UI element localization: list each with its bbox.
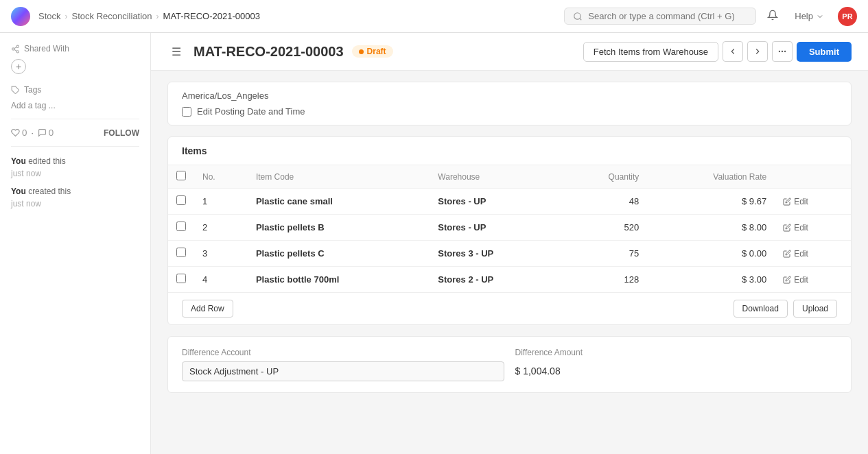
table-row: 1 Plastic cane small Stores - UP 48 $ 9.…: [168, 189, 851, 215]
search-input[interactable]: [588, 11, 747, 21]
row-checkbox-1[interactable]: [176, 222, 186, 231]
row-checkbox-2[interactable]: [176, 248, 186, 257]
table-row: 2 Plastic pellets B Stores - UP 520 $ 8.…: [168, 215, 851, 241]
col-checkbox: [168, 165, 194, 189]
timezone-value: America/Los_Angeles: [182, 91, 268, 101]
row-item-code: Plastic pellets B: [248, 215, 430, 241]
fetch-items-button[interactable]: Fetch Items from Warehouse: [583, 42, 718, 62]
items-footer: Add Row DownloadUpload: [168, 292, 851, 324]
submit-button[interactable]: Submit: [797, 42, 852, 62]
row-no: 2: [194, 215, 248, 241]
status-badge: Draft: [352, 45, 393, 58]
help-button[interactable]: Help: [789, 8, 830, 24]
pencil-icon: [783, 250, 791, 258]
follow-button[interactable]: FOLLOW: [104, 128, 139, 138]
sidebar-divider-2: [11, 146, 139, 147]
share-icon: [11, 45, 20, 53]
difference-card: Difference Account Difference Amount $ 1…: [167, 336, 852, 393]
upload-button[interactable]: Upload: [793, 300, 837, 318]
breadcrumb-stock-reconciliation[interactable]: Stock Reconciliation: [72, 11, 152, 21]
difference-grid: Difference Account Difference Amount $ 1…: [182, 348, 837, 381]
activity-item-1: You edited this just now: [11, 155, 139, 180]
row-checkbox-3[interactable]: [176, 274, 186, 283]
row-warehouse: Stores - UP: [430, 189, 561, 215]
prev-doc-button[interactable]: [723, 41, 743, 62]
table-header-row: No. Item Code Warehouse Quantity Valuati…: [168, 165, 851, 189]
svg-point-8: [784, 51, 785, 51]
row-edit-link-2[interactable]: Edit: [783, 249, 843, 259]
breadcrumb-current: MAT-RECO-2021-00003: [163, 11, 260, 21]
row-valuation-rate: $ 9.67: [647, 189, 775, 215]
row-no: 4: [194, 267, 248, 293]
doc-header: ☰ MAT-RECO-2021-00003 Draft Fetch Items …: [151, 33, 868, 71]
edit-posting-date-row: Edit Posting Date and Time: [182, 106, 837, 117]
more-options-button[interactable]: [772, 41, 793, 62]
breadcrumb-sep-2: ›: [156, 12, 159, 21]
search-bar[interactable]: [564, 8, 756, 25]
row-warehouse: Stores - UP: [430, 215, 561, 241]
app-logo[interactable]: [11, 7, 30, 26]
chevron-right-icon: [753, 47, 762, 56]
comment-button[interactable]: 0: [38, 128, 54, 138]
main-content: ☰ MAT-RECO-2021-00003 Draft Fetch Items …: [151, 33, 868, 454]
next-doc-button[interactable]: [747, 41, 768, 62]
add-tag-link[interactable]: Add a tag ...: [11, 101, 56, 110]
col-actions: [775, 165, 851, 189]
shared-with-section: Shared With +: [11, 44, 139, 74]
heart-icon: [11, 128, 20, 137]
row-checkbox-cell: [168, 241, 194, 267]
row-edit-cell: Edit: [775, 215, 851, 241]
social-row: 0 · 0 FOLLOW: [11, 128, 139, 138]
search-icon: [573, 12, 583, 21]
row-edit-link-3[interactable]: Edit: [783, 275, 843, 285]
edit-posting-date-checkbox[interactable]: [182, 107, 191, 117]
hamburger-button[interactable]: ☰: [167, 44, 185, 60]
items-header: Items: [168, 137, 851, 165]
row-no: 1: [194, 189, 248, 215]
pencil-icon: [783, 276, 791, 284]
edit-posting-date-label[interactable]: Edit Posting Date and Time: [197, 106, 305, 117]
col-no: No.: [194, 165, 248, 189]
svg-point-7: [782, 51, 782, 51]
row-quantity: 520: [561, 215, 647, 241]
shared-with-label: Shared With: [11, 44, 139, 53]
col-quantity: Quantity: [561, 165, 647, 189]
nav-actions: Help PR: [764, 7, 857, 26]
svg-point-9: [779, 51, 779, 51]
activity-item-2: You created this just now: [11, 185, 139, 210]
row-edit-link-1[interactable]: Edit: [783, 223, 843, 232]
breadcrumb-stock[interactable]: Stock: [38, 11, 61, 21]
like-button[interactable]: 0: [11, 128, 27, 138]
row-warehouse: Stores 2 - UP: [430, 267, 561, 293]
col-valuation-rate: Valuation Rate: [647, 165, 775, 189]
svg-point-1: [16, 45, 19, 47]
doc-actions: Fetch Items from Warehouse Submit: [583, 41, 852, 62]
svg-line-4: [14, 49, 17, 51]
difference-account-input[interactable]: [182, 361, 504, 381]
status-dot: [359, 49, 364, 54]
items-table: No. Item Code Warehouse Quantity Valuati…: [168, 165, 851, 292]
row-checkbox-0[interactable]: [176, 195, 186, 205]
chevron-left-icon: [728, 47, 738, 56]
add-shared-button[interactable]: +: [11, 59, 26, 74]
chevron-down-icon: [816, 12, 824, 21]
add-row-button[interactable]: Add Row: [182, 300, 233, 318]
download-button[interactable]: Download: [734, 300, 788, 318]
svg-point-3: [16, 50, 19, 52]
row-quantity: 48: [561, 189, 647, 215]
difference-account-label: Difference Account: [182, 348, 504, 357]
breadcrumb-sep-1: ›: [65, 12, 68, 21]
row-edit-link-0[interactable]: Edit: [783, 197, 843, 206]
select-all-checkbox[interactable]: [176, 171, 186, 180]
svg-line-5: [14, 47, 17, 48]
sidebar-divider-1: [11, 119, 139, 119]
row-valuation-rate: $ 0.00: [647, 241, 775, 267]
avatar[interactable]: PR: [838, 7, 857, 26]
top-nav: Stock › Stock Reconciliation › MAT-RECO-…: [0, 0, 868, 33]
difference-amount-col: Difference Amount $ 1,004.08: [515, 348, 838, 381]
notifications-button[interactable]: [764, 7, 781, 26]
pencil-icon: [783, 198, 791, 206]
table-row: 3 Plastic pellets C Stores 3 - UP 75 $ 0…: [168, 241, 851, 267]
svg-point-0: [574, 12, 580, 19]
row-edit-cell: Edit: [775, 241, 851, 267]
